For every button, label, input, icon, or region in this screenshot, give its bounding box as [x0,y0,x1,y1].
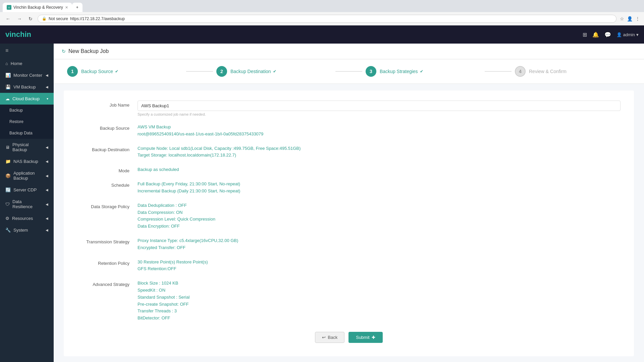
wizard-step-2: 2 Backup Destination ✔ [216,66,332,77]
user-label: admin [623,32,635,37]
step-circle-2: 2 [216,66,227,77]
step-connector-2 [335,71,362,72]
server-cdp-icon: 🔄 [5,187,11,192]
profile-icon[interactable]: 👤 [627,16,633,21]
submit-button[interactable]: Submit ✚ [348,332,382,343]
data-storage-row: Data Storage Policy Data Deduplication :… [77,202,621,230]
chat-icon[interactable]: 💬 [604,32,611,38]
advanced-line6: BitDetector: OFF [138,315,621,322]
physical-backup-arrow: ◀ [46,145,48,149]
app-container: ≡ ⌂ Home 📊 Monitor Center ◀ 💾 VM Backup … [0,44,644,362]
user-menu[interactable]: 👤 admin ▾ [616,32,639,37]
step-label-3: Backup Strategies ✔ [380,69,423,74]
retention-line1: 30 Restore Point(s) Restore Point(s) [138,259,621,266]
address-actions: ☆ 👤 ⋮ [620,16,640,21]
sidebar-item-system[interactable]: 🔧 System ◀ [0,224,54,236]
tab-favicon: V [7,5,11,10]
step-name-3: Backup Strategies [380,69,418,74]
sidebar-item-data-resilience[interactable]: 🛡 Data Resilience ◀ [0,196,54,213]
bookmark-icon[interactable]: ☆ [620,16,624,21]
backup-destination-row: Backup Destination Compute Node: Local s… [77,145,621,159]
sidebar-item-cloud-backup[interactable]: ☁ Cloud Backup ▾ [0,93,54,105]
back-button[interactable]: ↩ Back [315,332,344,343]
active-tab[interactable]: V Vinchin Backup & Recovery ✕ [3,3,72,12]
tab-label: Vinchin Backup & Recovery [13,5,63,10]
sidebar-label-system: System [13,228,28,233]
sidebar-label-home: Home [11,61,22,66]
browser-tabs: V Vinchin Backup & Recovery ✕ + [3,0,83,12]
mode-text: Backup as scheduled [138,167,179,172]
sidebar-label-monitor: Monitor Center [13,73,42,78]
url-bar[interactable]: 🔒 Not secure https://172.18.22.7/awsback… [38,15,616,23]
back-icon: ↩ [322,335,326,340]
sidebar-label-nas-backup: NAS Backup [13,159,38,164]
data-storage-label: Data Storage Policy [77,202,138,209]
sidebar-item-server-cdp[interactable]: 🔄 Server CDP ◀ [0,184,54,196]
menu-icon[interactable]: ⋮ [635,16,640,21]
sidebar-toggle[interactable]: ≡ [0,44,54,58]
close-tab-button[interactable]: ✕ [65,5,68,10]
mode-label: Mode [77,166,138,173]
sidebar-label-application-backup: Application Backup [13,171,43,181]
schedule-line2: Incremental Backup (Daily 21:30:00 Start… [138,188,621,195]
forward-button[interactable]: → [15,15,23,22]
retention-line2: GFS Retention:OFF [138,265,621,273]
advanced-label: Advanced Strategy [77,280,138,287]
transmission-line1: Proxy Instance Type: c5.4xlarge(16vCPU,3… [138,237,621,244]
home-icon: ⌂ [5,61,8,66]
logo: vinchin [5,30,31,39]
sidebar-label-cloud-backup: Cloud Backup [12,96,40,101]
grid-icon[interactable]: ⊞ [583,32,587,38]
step-circle-1: 1 [67,66,78,77]
step-connector-1 [186,71,213,72]
sidebar-item-resources[interactable]: ⚙ Resources ◀ [0,213,54,224]
browser-chrome: V Vinchin Backup & Recovery ✕ + [0,0,644,12]
job-name-value: Specify a customized job name if needed. [138,101,621,116]
schedule-value: Full Backup (Every Friday, 21:30:00 Star… [138,181,621,195]
data-storage-line1: Data Deduplication : OFF [138,202,621,209]
job-name-input[interactable] [138,101,621,111]
wizard-step-1: 1 Backup Source ✔ [67,66,183,77]
transmission-label: Transmission Strategy [77,237,138,244]
step-connector-3 [485,71,512,72]
sidebar-item-nas-backup[interactable]: 📁 NAS Backup ◀ [0,156,54,167]
sidebar-item-physical-backup[interactable]: 🖥 Physical Backup ◀ [0,139,54,156]
sidebar-item-backup[interactable]: Backup [0,105,54,116]
application-backup-arrow: ◀ [46,174,48,178]
main-content: ↻ New Backup Job 1 Backup Source ✔ [54,44,644,362]
data-storage-value: Data Deduplication : OFF Data Compressio… [138,202,621,230]
button-area: ↩ Back Submit ✚ [77,332,621,346]
logo-chin: chin [16,30,31,39]
cloud-backup-icon: ☁ [5,96,10,101]
sidebar-item-application-backup[interactable]: 📦 Application Backup ◀ [0,167,54,184]
advanced-row: Advanced Strategy Block Size : 1024 KB S… [77,280,621,322]
back-button[interactable]: ← [4,15,12,22]
sidebar-item-home[interactable]: ⌂ Home [0,58,54,69]
step-circle-3: 3 [366,66,376,77]
backup-source-row: Backup Source AWS VM Backup root@8965254… [77,124,621,138]
sidebar-item-monitor-center[interactable]: 📊 Monitor Center ◀ [0,69,54,81]
data-storage-line2: Data Compression: ON [138,209,621,216]
step-check-3: ✔ [420,69,423,74]
physical-backup-icon: 🖥 [5,145,10,150]
sidebar-label-restore: Restore [9,119,23,124]
advanced-line1: Block Size : 1024 KB [138,280,621,287]
vm-backup-arrow: ◀ [46,85,48,89]
user-chevron: ▾ [636,32,639,37]
job-name-label: Job Name [77,101,138,108]
new-tab-button[interactable]: + [72,3,83,12]
resources-arrow: ◀ [46,217,48,220]
transmission-row: Transmission Strategy Proxy Instance Typ… [77,237,621,251]
bell-icon[interactable]: 🔔 [592,32,599,38]
wizard-steps: 1 Backup Source ✔ 2 Backup Destination [54,59,644,84]
sidebar-item-backup-data[interactable]: Backup Data [0,127,54,139]
data-resilience-arrow: ◀ [46,202,48,206]
refresh-icon[interactable]: ↻ [62,49,66,54]
url-text: https://172.18.22.7/awsbackup [70,16,125,21]
sidebar-item-vm-backup[interactable]: 💾 VM Backup ◀ [0,81,54,93]
sidebar-item-restore[interactable]: Restore [0,116,54,127]
nav-icons: ⊞ 🔔 💬 👤 admin ▾ [583,32,639,38]
schedule-label: Schedule [77,181,138,188]
reload-button[interactable]: ↻ [27,15,34,22]
page-title: New Backup Job [68,48,109,54]
